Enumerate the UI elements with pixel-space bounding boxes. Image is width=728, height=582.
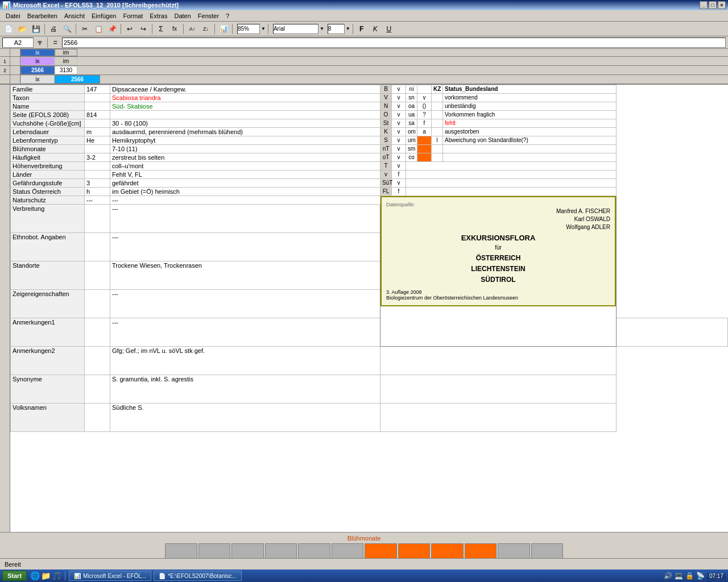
cell-ix-value2[interactable]: 2566 (55, 75, 100, 84)
cell-im-header[interactable]: im (55, 57, 77, 65)
font-input[interactable] (273, 24, 318, 34)
right-code-v[interactable]: V (380, 94, 392, 102)
right-v3-k[interactable]: a (417, 128, 432, 136)
fx-button[interactable]: fx (168, 23, 181, 35)
formula-bar-input[interactable]: 2566 (62, 38, 726, 48)
right-f-v2[interactable]: f (392, 171, 406, 179)
val-familie-num[interactable]: 147 (85, 85, 110, 94)
val-lebform[interactable]: Hemikryptophyt (110, 136, 380, 145)
right-code-n[interactable]: N (380, 102, 392, 111)
quicklaunch-ie[interactable]: 🌐 (30, 571, 40, 580)
undo-button[interactable]: ↩ (123, 23, 136, 35)
menu-datei[interactable]: Datei (2, 11, 24, 20)
close-button[interactable]: × (718, 1, 726, 9)
quicklaunch-media[interactable]: 🎵 (52, 571, 61, 580)
right-code-b[interactable]: B (380, 85, 392, 94)
val-taxon[interactable]: Scabiosa triandra (110, 94, 380, 102)
right-v3-st[interactable]: f (417, 119, 432, 128)
right-code-s[interactable]: S (380, 136, 392, 145)
val-vuchs[interactable]: 30 - 80 (100) (110, 119, 380, 128)
right-sa[interactable]: sa (406, 119, 417, 128)
right-v3-n[interactable]: () (417, 102, 432, 111)
taskbar-excel[interactable]: 📊 Microsoft Excel - EFÖL... (69, 571, 151, 581)
copy-button[interactable]: 📋 (92, 23, 105, 35)
right-v-b[interactable]: v (392, 85, 406, 94)
right-co[interactable]: co (406, 153, 417, 162)
tray-icon3[interactable]: 🔒 (685, 572, 694, 580)
bold-button[interactable]: F (355, 23, 368, 35)
val-anm1-num[interactable] (85, 318, 110, 347)
menu-extras[interactable]: Extras (146, 11, 171, 20)
right-code-k[interactable]: K (380, 128, 392, 136)
val-gefahr-num[interactable]: 3 (85, 179, 110, 188)
val-name-num[interactable] (85, 102, 110, 111)
right-code-nt[interactable]: nT (380, 145, 392, 153)
print-button[interactable]: 🖨 (47, 23, 60, 35)
val-seite[interactable] (110, 111, 380, 119)
sum-button[interactable]: Σ (155, 23, 167, 35)
val-hauf-num[interactable]: 3-2 (85, 153, 110, 162)
val-leben-m[interactable]: m (85, 128, 110, 136)
val-verbreit-num[interactable] (85, 205, 110, 233)
val-anm1[interactable]: --- (110, 318, 380, 347)
val-lander[interactable]: Fehlt V, FL (110, 171, 380, 179)
new-button[interactable]: 📄 (2, 23, 15, 35)
right-v-v[interactable]: v (392, 94, 406, 102)
printpreview-button[interactable]: 🔍 (61, 23, 73, 35)
val-name[interactable]: Süd- Skabiose (110, 102, 380, 111)
right-code-ot[interactable]: oT (380, 153, 392, 162)
right-om[interactable]: om (406, 128, 417, 136)
val-status-at[interactable]: im Gebiet (=Ö) heimisch (110, 188, 380, 196)
menu-fenster[interactable]: Fenster (195, 11, 222, 20)
right-ua[interactable]: ua (406, 111, 417, 119)
quicklaunch-folder[interactable]: 📁 (41, 571, 51, 580)
taskbar-botanik[interactable]: 📄 *E:\EFOLS2007\Botanisc... (154, 571, 242, 581)
maximize-button[interactable]: □ (709, 1, 717, 9)
cell-reference[interactable]: A2 (2, 38, 34, 48)
right-v-sut[interactable]: v (392, 179, 406, 188)
val-zeiger[interactable]: --- (110, 290, 380, 318)
val-ethno-num[interactable] (85, 233, 110, 261)
menu-ansicht[interactable]: Ansicht (61, 11, 88, 20)
fontsize-input[interactable] (328, 24, 345, 34)
val-natur[interactable]: --- (110, 196, 380, 205)
right-v3-v[interactable]: v (417, 94, 432, 102)
right-l[interactable]: l (432, 136, 443, 145)
right-v-s[interactable]: v (392, 136, 406, 145)
right-v-st[interactable]: v (392, 119, 406, 128)
italic-button[interactable]: K (369, 23, 382, 35)
start-button[interactable]: Start (2, 571, 27, 581)
menu-help[interactable]: ? (222, 11, 233, 20)
right-code-st[interactable]: St (380, 119, 392, 128)
fontsize-dropdown-icon[interactable]: ▼ (346, 26, 350, 31)
menu-daten[interactable]: Daten (171, 11, 194, 20)
right-oa[interactable]: oa (406, 102, 417, 111)
right-f-fl[interactable]: f (392, 188, 406, 196)
menu-format[interactable]: Format (119, 11, 146, 20)
zoom-dropdown-icon[interactable]: ▼ (261, 26, 266, 31)
cell-im-value[interactable]: 3130 (55, 66, 77, 74)
right-sm[interactable]: sm (406, 145, 417, 153)
sort-asc-button[interactable]: A↑ (186, 23, 198, 35)
right-v-t[interactable]: v (392, 162, 406, 171)
val-standort-num[interactable] (85, 261, 110, 290)
right-sn[interactable]: sn (406, 94, 417, 102)
right-v-ot[interactable]: v (392, 153, 406, 162)
font-dropdown-icon[interactable]: ▼ (320, 26, 324, 31)
cut-button[interactable]: ✂ (78, 23, 91, 35)
sort-desc-button[interactable]: Z↓ (200, 23, 212, 35)
menu-einfuegen[interactable]: Einfügen (88, 11, 119, 20)
tray-icon4[interactable]: 📡 (696, 572, 705, 580)
right-code-sut[interactable]: SüT (380, 179, 392, 188)
paste-button[interactable]: 📌 (106, 23, 118, 35)
val-lebform-he[interactable]: He (85, 136, 110, 145)
val-gefahr[interactable]: gefährdet (110, 179, 380, 188)
right-code-t[interactable]: T (380, 162, 392, 171)
val-syn-num[interactable] (85, 375, 110, 404)
zoom-input[interactable] (237, 24, 260, 34)
tray-icon1[interactable]: 🔊 (664, 572, 672, 580)
save-button[interactable]: 💾 (30, 23, 42, 35)
val-zeiger-num[interactable] (85, 290, 110, 318)
val-vuchs-num[interactable] (85, 119, 110, 128)
right-code-v2[interactable]: v (380, 171, 392, 179)
